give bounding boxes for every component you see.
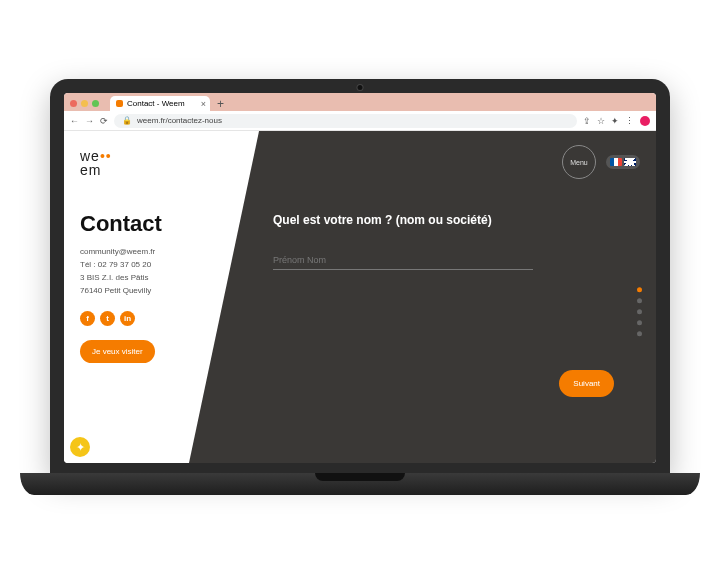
contact-info: community@weem.fr Tél : 02 79 37 05 20 3… — [80, 245, 213, 297]
reload-icon[interactable]: ⟳ — [100, 116, 108, 126]
more-icon[interactable]: ⋮ — [625, 116, 634, 126]
minimize-window-icon[interactable] — [81, 100, 88, 107]
twitter-icon[interactable]: t — [100, 311, 115, 326]
camera-dot — [358, 85, 363, 90]
browser-tabbar: Contact - Weem × + — [64, 93, 656, 111]
linkedin-icon[interactable]: in — [120, 311, 135, 326]
flag-uk-icon — [624, 158, 636, 166]
toolbar-right: ⇪ ☆ ✦ ⋮ — [583, 116, 650, 126]
page-content: we• •em Contact community@weem.fr Tél : … — [64, 131, 656, 463]
tab-title: Contact - Weem — [127, 99, 185, 108]
close-window-icon[interactable] — [70, 100, 77, 107]
laptop-mockup: Contact - Weem × + ← → ⟳ 🔒 weem.fr/conta… — [50, 79, 670, 495]
page-title: Contact — [80, 211, 213, 237]
window-controls — [70, 100, 99, 107]
step-indicator — [637, 287, 642, 336]
step-dot[interactable] — [637, 298, 642, 303]
browser-tab[interactable]: Contact - Weem × — [110, 96, 210, 111]
contact-email[interactable]: community@weem.fr — [80, 245, 213, 258]
logo[interactable]: we• •em — [80, 149, 126, 177]
url-text: weem.fr/contactez-nous — [137, 116, 222, 125]
name-input[interactable] — [273, 251, 533, 270]
browser-toolbar: ← → ⟳ 🔒 weem.fr/contactez-nous ⇪ ☆ ✦ ⋮ — [64, 111, 656, 131]
language-switcher[interactable] — [606, 155, 640, 169]
address-bar[interactable]: 🔒 weem.fr/contactez-nous — [114, 114, 577, 128]
new-tab-button[interactable]: + — [217, 97, 224, 111]
step-dot[interactable] — [637, 320, 642, 325]
laptop-base — [20, 473, 700, 495]
back-icon[interactable]: ← — [70, 116, 79, 126]
header-right: Menu — [562, 145, 640, 179]
facebook-icon[interactable]: f — [80, 311, 95, 326]
accessibility-badge-icon[interactable]: ✦ — [70, 437, 90, 457]
extension-icon[interactable]: ✦ — [611, 116, 619, 126]
screen: Contact - Weem × + ← → ⟳ 🔒 weem.fr/conta… — [64, 93, 656, 463]
close-tab-icon[interactable]: × — [201, 99, 206, 109]
form-panel: Menu Quel est votre nom ? (nom ou sociét… — [189, 131, 656, 463]
maximize-window-icon[interactable] — [92, 100, 99, 107]
bookmark-icon[interactable]: ☆ — [597, 116, 605, 126]
forward-icon[interactable]: → — [85, 116, 94, 126]
favicon-icon — [116, 100, 123, 107]
lock-icon: 🔒 — [122, 116, 132, 125]
contact-phone: Tél : 02 79 37 05 20 — [80, 258, 213, 271]
social-links: f t in — [80, 311, 213, 326]
screen-bezel: Contact - Weem × + ← → ⟳ 🔒 weem.fr/conta… — [50, 79, 670, 473]
step-dot[interactable] — [637, 287, 642, 292]
contact-address-1: 3 BIS Z.I. des Pâtis — [80, 271, 213, 284]
menu-button[interactable]: Menu — [562, 145, 596, 179]
step-dot[interactable] — [637, 309, 642, 314]
visit-button[interactable]: Je veux visiter — [80, 340, 155, 363]
nav-buttons: ← → ⟳ — [70, 116, 108, 126]
flag-fr-icon — [610, 158, 622, 166]
share-icon[interactable]: ⇪ — [583, 116, 591, 126]
next-button[interactable]: Suivant — [559, 370, 614, 397]
contact-address-2: 76140 Petit Quevilly — [80, 284, 213, 297]
profile-avatar[interactable] — [640, 116, 650, 126]
form-question: Quel est votre nom ? (nom ou société) — [273, 213, 632, 227]
step-dot[interactable] — [637, 331, 642, 336]
